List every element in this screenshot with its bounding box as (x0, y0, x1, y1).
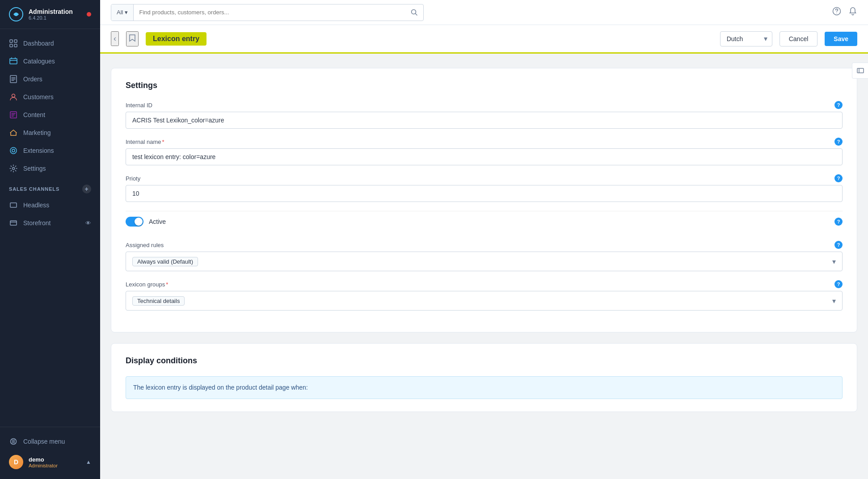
add-sales-channel-button[interactable]: + (82, 185, 91, 193)
collapse-icon (9, 437, 18, 446)
sidebar-nav: Dashboard Catalogues Orders Customers Co… (0, 29, 100, 427)
cancel-button[interactable]: Cancel (780, 31, 818, 46)
active-label: Active (149, 218, 166, 225)
priority-input[interactable] (126, 185, 843, 202)
internal-id-label: Internal ID (126, 102, 152, 109)
lexicon-groups-chevron-icon: ▾ (832, 297, 836, 305)
assigned-rules-label: Assigned rules (126, 242, 164, 248)
page-title: Lexicon entry (146, 32, 206, 46)
internal-name-info-button[interactable]: ? (834, 138, 843, 146)
sidebar: Administration 6.4.20.1 Dashboard Catalo… (0, 0, 100, 479)
internal-name-group: Internal name* ? (126, 138, 843, 165)
assigned-rules-tag: Always valid (Default) (132, 257, 198, 266)
storefront-icon (9, 218, 18, 227)
search-input[interactable] (134, 4, 405, 21)
sidebar-item-storefront[interactable]: Storefront 👁 (0, 214, 100, 232)
svg-rect-4 (14, 44, 17, 47)
svg-point-7 (12, 94, 15, 97)
active-info-button[interactable]: ? (834, 218, 843, 226)
lexicon-groups-select[interactable]: Technical details ▾ (126, 291, 843, 311)
svg-point-9 (10, 147, 17, 154)
user-name: demo (29, 456, 80, 463)
active-toggle-row: Active ? (126, 211, 843, 232)
active-toggle[interactable] (126, 217, 143, 227)
orders-icon (9, 75, 18, 84)
back-button[interactable]: ‹ (111, 31, 119, 46)
search-all-chevron-icon: ▾ (125, 9, 128, 16)
priority-group: Prioty ? (126, 174, 843, 202)
svg-rect-13 (10, 221, 17, 225)
sidebar-item-extensions-label: Extensions (23, 147, 54, 154)
sidebar-item-content[interactable]: Content (0, 106, 100, 124)
save-button[interactable]: Save (825, 32, 857, 46)
svg-point-17 (836, 13, 837, 13)
main-content: All ▾ ‹ Lexicon entry Dutch (100, 0, 868, 479)
notifications-icon[interactable] (848, 7, 857, 18)
user-block[interactable]: D demo Administrator ▲ (0, 450, 100, 474)
customers-icon (9, 92, 18, 101)
language-select[interactable]: Dutch English German (721, 32, 764, 46)
settings-card-title: Settings (126, 81, 843, 90)
lexicon-groups-group: Lexicon groups* ? Technical details ▾ (126, 280, 843, 311)
right-panel-toggle[interactable] (852, 63, 868, 79)
internal-id-info-button[interactable]: ? (834, 101, 843, 109)
settings-icon (9, 164, 18, 173)
content-icon (9, 110, 18, 119)
user-info: demo Administrator (29, 456, 80, 468)
svg-point-10 (12, 149, 15, 152)
internal-name-input[interactable] (126, 148, 843, 165)
sidebar-item-dashboard[interactable]: Dashboard (0, 34, 100, 52)
sidebar-item-customers[interactable]: Customers (0, 88, 100, 106)
language-selector[interactable]: Dutch English German ▾ (720, 31, 772, 46)
help-icon[interactable] (832, 7, 841, 18)
search-all-button[interactable]: All ▾ (111, 4, 134, 21)
lexicon-groups-tags: Technical details (132, 294, 832, 308)
sidebar-item-customers-label: Customers (23, 93, 54, 101)
priority-info-button[interactable]: ? (834, 174, 843, 182)
sales-channels-section: Sales Channels + (0, 177, 100, 196)
sidebar-item-orders[interactable]: Orders (0, 70, 100, 88)
assigned-rules-chevron-icon: ▾ (832, 257, 836, 266)
internal-id-group: Internal ID ? (126, 101, 843, 129)
assigned-rules-select[interactable]: Always valid (Default) ▾ (126, 252, 843, 271)
svg-rect-2 (14, 40, 17, 42)
sidebar-item-catalogues[interactable]: Catalogues (0, 52, 100, 70)
search-submit-button[interactable] (405, 4, 423, 21)
sidebar-item-headless[interactable]: Headless (0, 196, 100, 214)
internal-id-input[interactable] (126, 112, 843, 129)
app-name: Administration (29, 8, 73, 15)
search-all-label: All (117, 9, 123, 16)
assigned-rules-info-button[interactable]: ? (834, 241, 843, 249)
sidebar-item-settings[interactable]: Settings (0, 160, 100, 177)
svg-rect-1 (10, 40, 13, 42)
app-version: 6.4.20.1 (29, 15, 73, 21)
sidebar-footer: Collapse menu D demo Administrator ▲ (0, 427, 100, 479)
sidebar-item-orders-label: Orders (23, 76, 42, 83)
sidebar-item-storefront-label: Storefront (23, 219, 51, 227)
svg-rect-12 (10, 203, 17, 207)
svg-point-11 (13, 168, 15, 170)
user-avatar: D (9, 455, 23, 469)
marketing-icon (9, 128, 18, 137)
sidebar-item-extensions[interactable]: Extensions (0, 142, 100, 160)
bookmark-button[interactable] (126, 31, 139, 46)
extensions-icon (9, 146, 18, 155)
lexicon-groups-tag: Technical details (132, 296, 185, 306)
collapse-menu-button[interactable]: Collapse menu (0, 433, 100, 450)
lexicon-groups-label: Lexicon groups* (126, 281, 168, 288)
sidebar-item-catalogues-label: Catalogues (23, 58, 55, 65)
sidebar-item-marketing-label: Marketing (23, 129, 51, 136)
sidebar-item-marketing[interactable]: Marketing (0, 124, 100, 142)
sidebar-item-settings-label: Settings (23, 165, 46, 172)
assigned-rules-group: Assigned rules ? Always valid (Default) … (126, 241, 843, 271)
status-dot (87, 12, 91, 17)
headless-icon (9, 201, 18, 210)
display-conditions-card: Display conditions The lexicon entry is … (111, 343, 857, 412)
settings-card: Settings Internal ID ? Internal name* ? (111, 68, 857, 332)
sidebar-item-content-label: Content (23, 111, 45, 118)
lang-chevron-icon: ▾ (764, 34, 767, 43)
catalogues-icon (9, 57, 18, 66)
storefront-eye-icon: 👁 (85, 220, 91, 227)
assigned-rules-tags: Always valid (Default) (132, 254, 832, 269)
lexicon-groups-info-button[interactable]: ? (834, 280, 843, 288)
